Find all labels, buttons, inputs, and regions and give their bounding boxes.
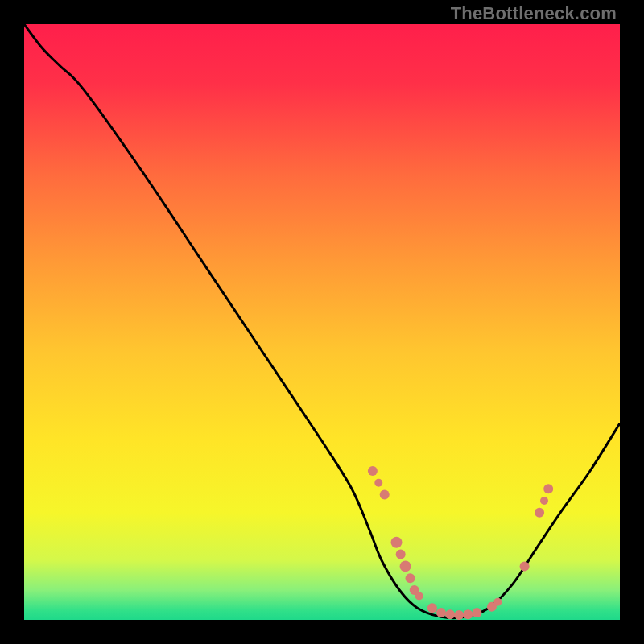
data-marker bbox=[543, 484, 553, 493]
data-marker bbox=[436, 608, 446, 617]
data-marker bbox=[396, 550, 406, 559]
data-marker bbox=[493, 598, 502, 606]
data-marker bbox=[520, 561, 530, 571]
data-marker bbox=[472, 608, 481, 617]
data-marker bbox=[415, 592, 423, 600]
data-marker bbox=[368, 466, 378, 476]
data-marker bbox=[391, 537, 402, 548]
watermark-text: TheBottleneck.com bbox=[451, 3, 617, 24]
chart-background bbox=[24, 24, 620, 620]
data-marker bbox=[445, 609, 455, 619]
chart-frame bbox=[24, 24, 620, 620]
data-marker bbox=[535, 508, 544, 518]
data-marker bbox=[463, 609, 473, 619]
data-marker bbox=[374, 479, 382, 487]
bottleneck-curve-chart bbox=[24, 24, 620, 620]
data-marker bbox=[427, 603, 437, 613]
data-marker bbox=[540, 497, 548, 505]
data-marker bbox=[380, 490, 390, 500]
data-marker bbox=[406, 573, 415, 583]
data-marker bbox=[454, 610, 464, 620]
data-marker bbox=[400, 560, 411, 572]
